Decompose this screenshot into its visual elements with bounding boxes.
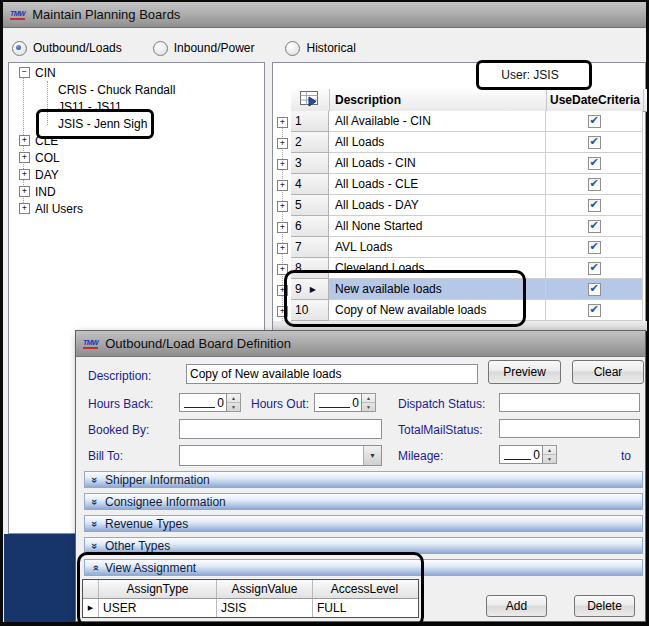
description-cell[interactable]: Cleveland Loads bbox=[329, 258, 546, 279]
column-header-assigntype[interactable]: AssignType bbox=[99, 580, 217, 598]
description-cell[interactable]: All None Started bbox=[329, 216, 546, 237]
description-cell[interactable]: All Loads bbox=[329, 132, 546, 153]
column-header-accesslevel[interactable]: AccessLevel bbox=[313, 580, 416, 598]
row-number-cell[interactable]: 9▶ bbox=[291, 279, 329, 300]
board-row-6[interactable]: + 6 All None Started ✔ bbox=[273, 216, 647, 237]
board-row-4[interactable]: + 4 All Loads - CLE ✔ bbox=[273, 174, 647, 195]
usedatecriteria-checkbox[interactable]: ✔ bbox=[588, 136, 601, 149]
grid-selector-icon[interactable] bbox=[291, 89, 330, 111]
spin-up-icon[interactable]: ▲ bbox=[543, 446, 556, 455]
tree-item-col[interactable]: + COL bbox=[19, 149, 60, 166]
row-number-cell[interactable]: 1 bbox=[291, 111, 329, 132]
section-revenue-types[interactable]: » Revenue Types bbox=[84, 515, 643, 532]
expand-plus-icon[interactable]: + bbox=[277, 285, 288, 296]
accesslevel-cell[interactable]: FULL bbox=[313, 599, 416, 617]
spin-down-icon[interactable]: ▼ bbox=[362, 403, 375, 411]
expand-plus-icon[interactable]: + bbox=[277, 306, 288, 317]
tree-item-ind[interactable]: + IND bbox=[19, 183, 56, 200]
expand-plus-icon[interactable]: + bbox=[19, 203, 30, 214]
section-consignee-information[interactable]: » Consignee Information bbox=[84, 493, 643, 510]
spin-buttons[interactable]: ▲▼ bbox=[227, 393, 241, 412]
delete-button[interactable]: Delete bbox=[574, 595, 635, 617]
usedatecriteria-checkbox[interactable]: ✔ bbox=[588, 241, 601, 254]
usedatecriteria-checkbox[interactable]: ✔ bbox=[588, 304, 601, 317]
assigntype-cell[interactable]: USER bbox=[99, 599, 217, 617]
total-mail-status-input[interactable] bbox=[499, 419, 640, 438]
row-number-cell[interactable]: 3 bbox=[291, 153, 329, 174]
clear-button[interactable]: Clear bbox=[572, 360, 644, 384]
row-number-cell[interactable]: 4 bbox=[291, 174, 329, 195]
description-cell[interactable]: AVL Loads bbox=[329, 237, 546, 258]
tree-item-all-users[interactable]: + All Users bbox=[19, 200, 83, 217]
row-number-cell[interactable]: 8 bbox=[291, 258, 329, 279]
radio-historical[interactable]: Historical bbox=[285, 41, 377, 56]
add-button[interactable]: Add bbox=[486, 595, 547, 617]
usedatecriteria-checkbox[interactable]: ✔ bbox=[588, 157, 601, 170]
row-number-cell[interactable]: 5 bbox=[291, 195, 329, 216]
tree-item-cin[interactable]: − CIN bbox=[19, 64, 56, 81]
section-view-assignment[interactable]: » View Assignment bbox=[84, 559, 643, 576]
tree-item-cle[interactable]: + CLE bbox=[19, 132, 58, 149]
section-other-types[interactable]: » Other Types bbox=[84, 537, 643, 554]
row-number-cell[interactable]: 2 bbox=[291, 132, 329, 153]
column-header-assignvalue[interactable]: AssignValue bbox=[217, 580, 313, 598]
usedatecriteria-checkbox[interactable]: ✔ bbox=[588, 283, 601, 296]
usedatecriteria-checkbox[interactable]: ✔ bbox=[588, 199, 601, 212]
usedatecriteria-checkbox[interactable]: ✔ bbox=[588, 115, 601, 128]
board-row-9-selected[interactable]: + 9▶ New available loads ✔ bbox=[273, 279, 647, 300]
expand-plus-icon[interactable]: + bbox=[19, 152, 30, 163]
expand-plus-icon[interactable]: + bbox=[277, 222, 288, 233]
board-row-1[interactable]: + 1 All Available - CIN ✔ bbox=[273, 111, 647, 132]
spin-down-icon[interactable]: ▼ bbox=[543, 455, 556, 463]
mileage-stepper[interactable]: 0 ▲▼ bbox=[499, 445, 557, 464]
tree-item-jsis[interactable]: JSIS - Jenn Sigh bbox=[53, 115, 147, 132]
board-row-10[interactable]: + 10 Copy of New available loads ✔ bbox=[273, 300, 647, 321]
row-number-cell[interactable]: 6 bbox=[291, 216, 329, 237]
spin-buttons[interactable]: ▲▼ bbox=[362, 393, 376, 412]
description-cell[interactable]: Copy of New available loads bbox=[329, 300, 546, 321]
tree-item-js11[interactable]: JS11 - JS11 bbox=[53, 98, 122, 115]
assignment-row[interactable]: ▶ USER JSIS FULL bbox=[83, 599, 418, 617]
description-input[interactable] bbox=[186, 364, 478, 384]
expand-plus-icon[interactable]: + bbox=[277, 180, 288, 191]
expand-plus-icon[interactable]: + bbox=[277, 138, 288, 149]
description-cell[interactable]: All Loads - DAY bbox=[329, 195, 546, 216]
collapse-minus-icon[interactable]: − bbox=[19, 67, 30, 78]
tree-item-day[interactable]: + DAY bbox=[19, 166, 59, 183]
expand-plus-icon[interactable]: + bbox=[19, 169, 30, 180]
board-row-7[interactable]: + 7 AVL Loads ✔ bbox=[273, 237, 647, 258]
bill-to-combobox[interactable]: ▼ bbox=[179, 445, 382, 466]
dropdown-arrow-icon[interactable]: ▼ bbox=[363, 446, 381, 465]
hours-out-stepper[interactable]: 0 ▲▼ bbox=[314, 393, 376, 412]
expand-plus-icon[interactable]: + bbox=[19, 186, 30, 197]
spin-down-icon[interactable]: ▼ bbox=[227, 403, 240, 411]
board-row-5[interactable]: + 5 All Loads - DAY ✔ bbox=[273, 195, 647, 216]
radio-inbound-power[interactable]: Inbound/Power bbox=[153, 41, 277, 56]
radio-outbound-loads[interactable]: Outbound/Loads bbox=[12, 41, 144, 56]
tree-item-cris[interactable]: CRIS - Chuck Randall bbox=[53, 81, 175, 98]
assignvalue-cell[interactable]: JSIS bbox=[217, 599, 313, 617]
board-row-2[interactable]: + 2 All Loads ✔ bbox=[273, 132, 647, 153]
column-header-usedatecriteria[interactable]: UseDateCriteria bbox=[547, 89, 644, 111]
spin-up-icon[interactable]: ▲ bbox=[227, 394, 240, 403]
dialog-titlebar[interactable]: TMW Outbound/Load Board Definition bbox=[76, 331, 645, 357]
description-cell[interactable]: All Loads - CLE bbox=[329, 174, 546, 195]
main-window-titlebar[interactable]: TMW Maintain Planning Boards bbox=[3, 2, 646, 28]
expand-plus-icon[interactable]: + bbox=[277, 117, 288, 128]
usedatecriteria-checkbox[interactable]: ✔ bbox=[588, 262, 601, 275]
section-shipper-information[interactable]: » Shipper Information bbox=[84, 471, 643, 488]
expand-plus-icon[interactable]: + bbox=[277, 243, 288, 254]
preview-button[interactable]: Preview bbox=[488, 360, 561, 384]
expand-plus-icon[interactable]: + bbox=[277, 201, 288, 212]
expand-plus-icon[interactable]: + bbox=[277, 264, 288, 275]
column-header-description[interactable]: Description bbox=[330, 89, 547, 111]
row-number-cell[interactable]: 10 bbox=[291, 300, 329, 321]
hours-back-stepper[interactable]: 0 ▲▼ bbox=[179, 393, 241, 412]
spin-up-icon[interactable]: ▲ bbox=[362, 394, 375, 403]
board-row-3[interactable]: + 3 All Loads - CIN ✔ bbox=[273, 153, 647, 174]
description-cell[interactable]: All Loads - CIN bbox=[329, 153, 546, 174]
description-cell[interactable]: All Available - CIN bbox=[329, 111, 546, 132]
description-cell[interactable]: New available loads bbox=[329, 279, 546, 300]
expand-plus-icon[interactable]: + bbox=[277, 159, 288, 170]
dispatch-status-input[interactable] bbox=[499, 393, 640, 412]
